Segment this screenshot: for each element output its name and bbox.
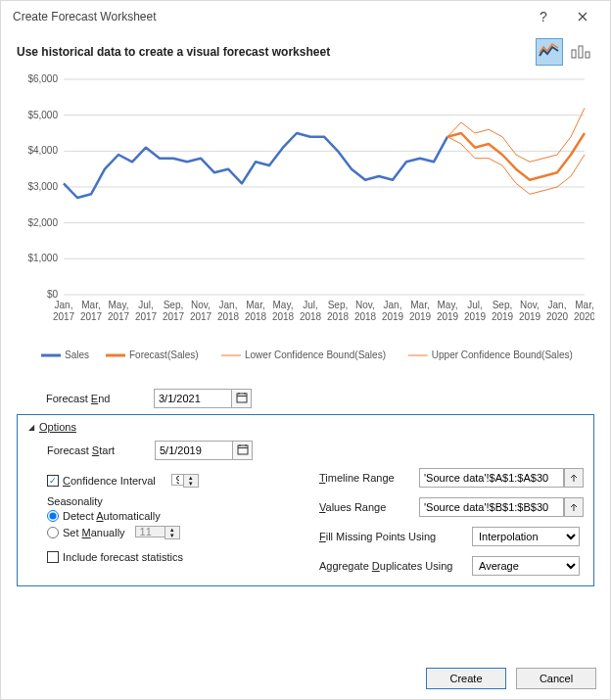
forecast-start-datepicker-button[interactable] bbox=[233, 441, 253, 460]
values-range-label: Values Range bbox=[319, 501, 413, 513]
options-header-label: Options bbox=[39, 421, 76, 433]
confidence-interval-checkbox[interactable]: ✓ bbox=[47, 475, 59, 487]
svg-text:$0: $0 bbox=[47, 289, 59, 300]
svg-text:2019: 2019 bbox=[519, 311, 541, 322]
svg-text:May,: May, bbox=[438, 300, 458, 310]
seasonality-label: Seasonality bbox=[47, 495, 292, 507]
seasonality-manual-radio[interactable] bbox=[47, 527, 59, 538]
svg-text:Jan,: Jan, bbox=[548, 300, 567, 310]
line-chart-type-button[interactable] bbox=[536, 38, 563, 66]
svg-text:Mar,: Mar, bbox=[410, 300, 429, 310]
values-range-input[interactable] bbox=[419, 497, 564, 517]
svg-text:2018: 2018 bbox=[272, 311, 295, 322]
help-button[interactable]: ? bbox=[524, 5, 563, 28]
svg-text:2020: 2020 bbox=[546, 311, 569, 322]
dialog-subtitle: Use historical data to create a visual f… bbox=[17, 45, 330, 59]
confidence-interval-input[interactable] bbox=[171, 474, 183, 486]
dialog-title: Create Forecast Worksheet bbox=[13, 10, 524, 23]
svg-text:2018: 2018 bbox=[217, 311, 240, 322]
options-collapse-toggle[interactable]: ◢ bbox=[27, 423, 35, 431]
svg-text:2019: 2019 bbox=[437, 311, 459, 322]
svg-text:2018: 2018 bbox=[245, 311, 267, 322]
seasonality-manual-stepper[interactable]: ▲▼ bbox=[164, 526, 180, 539]
svg-text:Jul,: Jul, bbox=[303, 300, 318, 310]
seasonality-auto-label: Detect Automatically bbox=[63, 510, 161, 522]
svg-text:$3,000: $3,000 bbox=[27, 181, 58, 192]
forecast-dialog: Create Forecast Worksheet ? Use historic… bbox=[0, 0, 611, 700]
svg-text:Upper Confidence Bound(Sales): Upper Confidence Bound(Sales) bbox=[432, 350, 573, 360]
seasonality-auto-radio[interactable] bbox=[47, 510, 59, 522]
forecast-end-datepicker-button[interactable] bbox=[232, 389, 252, 408]
cancel-button[interactable]: Cancel bbox=[516, 668, 596, 689]
calendar-icon bbox=[237, 443, 249, 457]
svg-text:2017: 2017 bbox=[80, 311, 103, 322]
svg-text:Jul,: Jul, bbox=[138, 300, 154, 310]
close-button[interactable] bbox=[563, 5, 602, 28]
seasonality-manual-input[interactable] bbox=[135, 526, 164, 537]
aggregate-duplicates-select[interactable]: Average bbox=[472, 556, 580, 576]
fill-missing-label: Fill Missing Points Using bbox=[319, 531, 466, 542]
forecast-start-input[interactable] bbox=[155, 441, 233, 460]
svg-text:2017: 2017 bbox=[135, 311, 158, 322]
timeline-range-input[interactable] bbox=[419, 468, 564, 488]
confidence-interval-stepper[interactable]: ▲▼ bbox=[183, 474, 199, 488]
svg-text:$1,000: $1,000 bbox=[27, 253, 58, 263]
svg-text:$2,000: $2,000 bbox=[27, 217, 58, 228]
svg-text:2019: 2019 bbox=[382, 311, 404, 322]
svg-text:Sales: Sales bbox=[65, 350, 89, 360]
svg-text:2019: 2019 bbox=[492, 311, 514, 322]
svg-text:May,: May, bbox=[109, 300, 129, 310]
svg-text:Nov,: Nov, bbox=[191, 300, 211, 310]
svg-rect-2 bbox=[586, 52, 589, 58]
svg-text:May,: May, bbox=[273, 300, 294, 310]
values-range-picker-button[interactable] bbox=[564, 497, 584, 517]
include-stats-checkbox[interactable] bbox=[47, 551, 59, 563]
options-panel: ◢ Options Forecast Start bbox=[17, 414, 594, 586]
svg-text:Lower Confidence Bound(Sales): Lower Confidence Bound(Sales) bbox=[245, 350, 386, 360]
svg-text:2017: 2017 bbox=[108, 311, 130, 322]
svg-text:Jan,: Jan, bbox=[384, 300, 402, 310]
svg-text:Jan,: Jan, bbox=[55, 300, 73, 310]
line-chart-icon bbox=[539, 42, 560, 62]
svg-text:Nov,: Nov, bbox=[520, 300, 540, 310]
svg-rect-69 bbox=[238, 445, 248, 454]
create-button[interactable]: Create bbox=[426, 668, 506, 689]
svg-text:Mar,: Mar, bbox=[575, 300, 593, 310]
timeline-range-picker-button[interactable] bbox=[564, 468, 584, 488]
forecast-end-label: Forecast End bbox=[46, 393, 154, 404]
calendar-icon bbox=[236, 392, 248, 405]
svg-text:2017: 2017 bbox=[163, 311, 185, 322]
range-picker-icon bbox=[569, 501, 579, 513]
include-stats-label: Include forecast statistics bbox=[63, 551, 183, 563]
svg-text:Nov,: Nov, bbox=[355, 300, 375, 310]
svg-text:$6,000: $6,000 bbox=[27, 73, 58, 84]
column-chart-icon bbox=[570, 42, 591, 62]
svg-rect-1 bbox=[579, 46, 583, 58]
svg-text:Jul,: Jul, bbox=[467, 300, 483, 310]
svg-text:Mar,: Mar, bbox=[81, 300, 100, 310]
svg-text:$4,000: $4,000 bbox=[27, 145, 58, 156]
aggregate-duplicates-label: Aggregate Duplicates Using bbox=[319, 560, 466, 572]
svg-text:2017: 2017 bbox=[53, 311, 75, 322]
column-chart-type-button[interactable] bbox=[567, 38, 594, 66]
range-picker-icon bbox=[569, 472, 579, 484]
fill-missing-select[interactable]: Interpolation bbox=[472, 527, 580, 546]
svg-text:Jan,: Jan, bbox=[219, 300, 238, 310]
seasonality-manual-label: Set Manually bbox=[63, 527, 125, 538]
svg-text:Sep,: Sep, bbox=[164, 300, 184, 310]
svg-text:2020: 2020 bbox=[574, 311, 594, 322]
forecast-chart: $0$1,000$2,000$3,000$4,000$5,000$6,000Ja… bbox=[17, 71, 594, 385]
svg-text:2017: 2017 bbox=[190, 311, 212, 322]
forecast-start-label: Forecast Start bbox=[47, 444, 155, 456]
svg-rect-65 bbox=[237, 394, 247, 402]
titlebar: Create Forecast Worksheet ? bbox=[1, 1, 610, 32]
svg-text:2018: 2018 bbox=[327, 311, 350, 322]
svg-text:2018: 2018 bbox=[300, 311, 322, 322]
confidence-interval-label: Confidence Interval bbox=[63, 475, 156, 487]
svg-rect-0 bbox=[572, 50, 576, 58]
forecast-end-input[interactable] bbox=[154, 389, 232, 408]
timeline-range-label: Timeline Range bbox=[319, 472, 413, 484]
svg-text:2019: 2019 bbox=[464, 311, 487, 322]
svg-text:Sep,: Sep, bbox=[328, 300, 349, 310]
svg-text:Sep,: Sep, bbox=[493, 300, 513, 310]
